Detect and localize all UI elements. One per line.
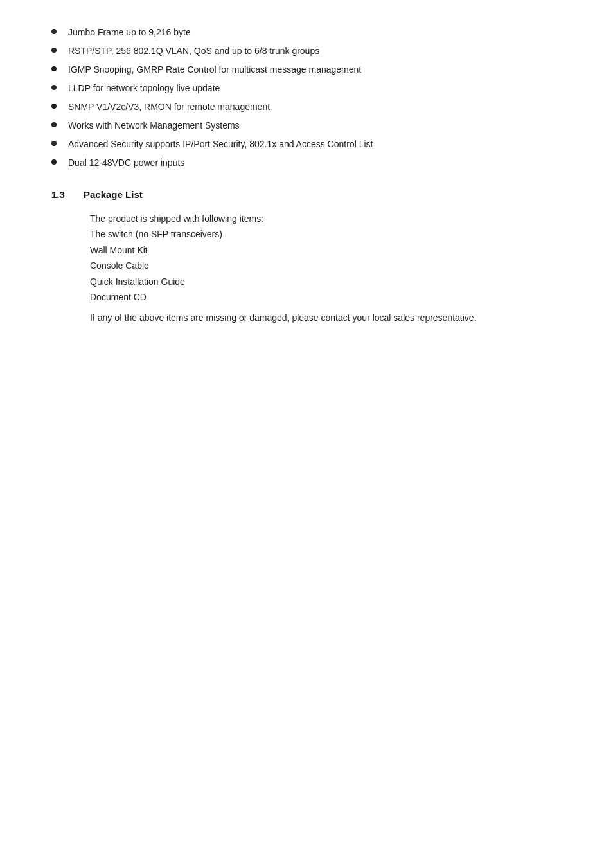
bullet-dot-icon [51,29,57,34]
bullet-dot-icon [51,122,57,127]
bullet-dot-icon [51,48,57,53]
bullet-dot-icon [51,66,57,71]
bullet-dot-icon [51,104,57,109]
feature-list: Jumbo Frame up to 9,216 byteRSTP/STP, 25… [51,26,562,170]
bullet-dot-icon [51,141,57,146]
bullet-item: SNMP V1/V2c/V3, RMON for remote manageme… [51,100,562,114]
bullet-item: Dual 12-48VDC power inputs [51,156,562,170]
section-title: Package List [84,189,143,200]
page-content: Jumbo Frame up to 9,216 byteRSTP/STP, 25… [0,0,613,365]
bullet-item-text: Jumbo Frame up to 9,216 byte [68,26,191,39]
package-items-container: The switch (no SFP transceivers)Wall Mou… [90,227,562,304]
package-item: Console Cable [90,258,562,273]
bullet-item: Advanced Security supports IP/Port Secur… [51,138,562,151]
section-body: The product is shipped with following it… [51,212,562,325]
bullet-item-text: SNMP V1/V2c/V3, RMON for remote manageme… [68,100,270,114]
bullet-item: LLDP for network topology live update [51,82,562,95]
bullet-item-text: LLDP for network topology live update [68,82,220,95]
package-item: Quick Installation Guide [90,275,562,289]
section-intro: The product is shipped with following it… [90,212,562,226]
bullet-dot-icon [51,159,57,165]
notice-text: If any of the above items are missing or… [90,311,562,325]
bullet-item: IGMP Snooping, GMRP Rate Control for mul… [51,63,562,77]
bullet-item: RSTP/STP, 256 802.1Q VLAN, QoS and up to… [51,44,562,58]
section-heading: 1.3 Package List [51,189,562,200]
bullet-item-text: RSTP/STP, 256 802.1Q VLAN, QoS and up to… [68,44,319,58]
bullet-item: Works with Network Management Systems [51,119,562,132]
package-item: Wall Mount Kit [90,243,562,257]
package-item: Document CD [90,290,562,304]
package-item: The switch (no SFP transceivers) [90,227,562,241]
bullet-dot-icon [51,85,57,90]
section-number: 1.3 [51,189,84,200]
bullet-item-text: Dual 12-48VDC power inputs [68,156,184,170]
bullet-item-text: Works with Network Management Systems [68,119,240,132]
bullet-item-text: IGMP Snooping, GMRP Rate Control for mul… [68,63,361,77]
bullet-item: Jumbo Frame up to 9,216 byte [51,26,562,39]
bullet-item-text: Advanced Security supports IP/Port Secur… [68,138,373,151]
